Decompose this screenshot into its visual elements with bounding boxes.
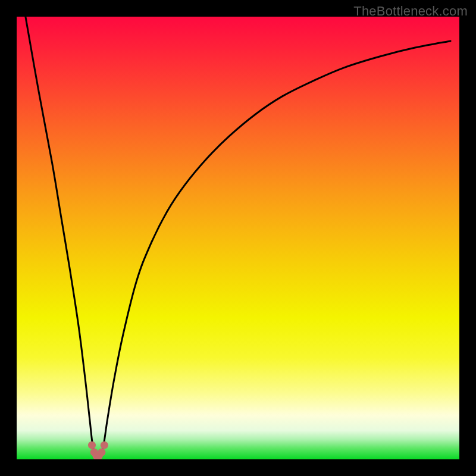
minimum-marker <box>88 441 96 449</box>
minimum-marker <box>101 441 108 449</box>
chart-frame: TheBottleneck.com <box>0 0 476 476</box>
watermark-text: TheBottleneck.com <box>353 4 468 19</box>
plot-area <box>17 17 459 459</box>
gradient-background <box>17 17 459 459</box>
chart-svg <box>17 17 459 459</box>
minimum-marker <box>98 449 105 456</box>
